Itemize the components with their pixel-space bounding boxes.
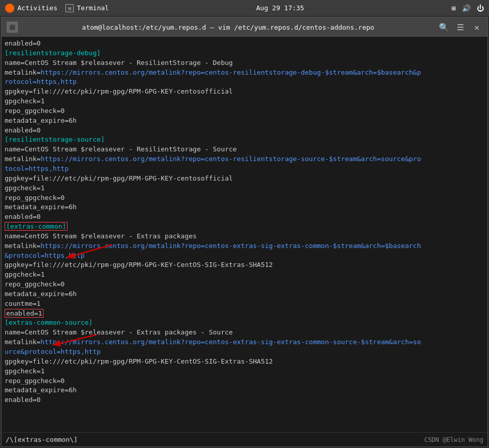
- terminal-line: [resilientstorage-debug]: [5, 49, 484, 58]
- activities-button[interactable]: Activities: [5, 4, 57, 13]
- terminal-line: enabled=0: [5, 212, 484, 222]
- terminal-line: gpgkey=file:///etc/pki/rpm-gpg/RPM-GPG-K…: [5, 260, 484, 270]
- network-icon[interactable]: ⊞: [452, 4, 456, 12]
- terminal-window: ⬛ atom@localhost:/etc/yum.repos.d — vim …: [1, 17, 488, 447]
- terminal-line: metalink=https://mirrors.centos.org/meta…: [5, 154, 484, 164]
- terminal-line: repo_gpgcheck=0: [5, 376, 484, 386]
- terminal-line: urce&protocol=https,http: [5, 347, 484, 357]
- title-bar-controls: 🔍 ☰ ✕: [438, 21, 482, 33]
- terminal-line: enabled=0: [5, 39, 484, 49]
- terminal-line: name=CentOS Stream $releasever - Extras …: [5, 232, 484, 241]
- close-button[interactable]: ✕: [471, 21, 482, 33]
- status-bar: /\[extras-common\] CSDN @Elwin Wong: [2, 432, 487, 446]
- terminal-line: &protocol=https,http: [5, 251, 484, 261]
- terminal-line: [extras-common]: [5, 222, 484, 232]
- terminal-line: metalink=https://mirrors.centos.org/meta…: [5, 241, 484, 251]
- terminal-label: Terminal: [77, 4, 109, 12]
- activities-icon: [5, 4, 14, 13]
- terminal-line: enabled=0: [5, 126, 484, 136]
- watermark: CSDN @Elwin Wong: [424, 436, 483, 443]
- terminal-line: repo_gpgcheck=0: [5, 193, 484, 203]
- terminal-taskbar-icon: ▤: [65, 4, 74, 12]
- terminal-line: gpgkey=file:///etc/pki/rpm-gpg/RPM-GPG-K…: [5, 174, 484, 184]
- activities-label: Activities: [17, 4, 57, 12]
- terminal-line: enabled=1: [5, 309, 484, 319]
- terminal-line: gpgkey=file:///etc/pki/rpm-gpg/RPM-GPG-K…: [5, 357, 484, 367]
- terminal-line: rotocol=https,http: [5, 77, 484, 87]
- title-bar: ⬛ atom@localhost:/etc/yum.repos.d — vim …: [2, 17, 487, 37]
- terminal-line: repo_gpgcheck=0: [5, 106, 484, 116]
- terminal-line: enabled=0: [5, 395, 484, 405]
- terminal-line: metadata_expire=6h: [5, 116, 484, 126]
- system-tray: ⊞ 🔊 ⏻: [452, 4, 484, 12]
- window-title: atom@localhost:/etc/yum.repos.d — vim /e…: [18, 24, 438, 31]
- system-bar-left: Activities ▤ Terminal: [5, 4, 109, 13]
- search-button[interactable]: 🔍: [438, 21, 450, 33]
- terminal-line: gpgkey=file:///etc/pki/rpm-gpg/RPM-GPG-K…: [5, 87, 484, 97]
- terminal-line: metadata_expire=6h: [5, 386, 484, 395]
- terminal-line: [extras-common-source]: [5, 318, 484, 328]
- terminal-line: name=CentOS Stream $releasever - Extras …: [5, 328, 484, 338]
- terminal-line: metadata_expire=6h: [5, 289, 484, 299]
- terminal-line: metalink=https://mirrors.centos.org/meta…: [5, 68, 484, 78]
- vim-command-line: /\[extras-common\]: [6, 436, 78, 443]
- terminal-line: gpgcheck=1: [5, 97, 484, 106]
- terminal-content[interactable]: enabled=0[resilientstorage-debug]name=Ce…: [2, 37, 487, 432]
- terminal-line: repo_gpgcheck=0: [5, 280, 484, 289]
- terminal-line: [resilientstorage-source]: [5, 135, 484, 145]
- terminal-button[interactable]: ▤ Terminal: [65, 4, 109, 12]
- terminal-line: gpgcheck=1: [5, 184, 484, 193]
- terminal-line: tocol=https,http: [5, 164, 484, 174]
- terminal-tab-icon: ⬛: [7, 21, 18, 33]
- volume-icon[interactable]: 🔊: [462, 4, 471, 12]
- menu-button[interactable]: ☰: [455, 21, 466, 33]
- terminal-line: gpgcheck=1: [5, 367, 484, 376]
- terminal-line: gpgcheck=1: [5, 270, 484, 280]
- terminal-line: metadata_expire=6h: [5, 203, 484, 212]
- terminal-line: name=CentOS Stream $releasever - Resilie…: [5, 145, 484, 154]
- system-bar: Activities ▤ Terminal Aug 29 17:35 ⊞ 🔊 ⏻: [0, 0, 489, 16]
- terminal-line: metalink=https://mirrors.centos.org/meta…: [5, 338, 484, 347]
- title-bar-left: ⬛: [7, 21, 18, 33]
- power-icon[interactable]: ⏻: [477, 4, 484, 12]
- terminal-line: name=CentOS Stream $releasever - Resilie…: [5, 58, 484, 68]
- terminal-line: countme=1: [5, 299, 484, 309]
- system-datetime: Aug 29 17:35: [256, 4, 304, 12]
